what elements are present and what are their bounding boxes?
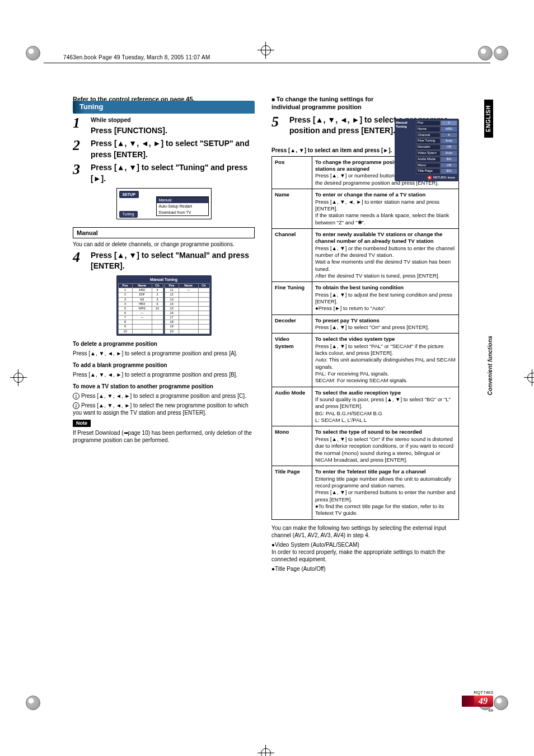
step-2: 2 Press [▲, ▼, ◄, ►] to select "SETUP" a… bbox=[73, 138, 255, 160]
tuning-tab: Tuning bbox=[119, 211, 138, 217]
left-column: Tuning 1 While stopped Press [FUNCTIONS]… bbox=[73, 95, 255, 444]
manual-panel-hdr: Manual Tuning bbox=[118, 277, 210, 282]
step4-text: Press [▲, ▼] to select "Manual" and pres… bbox=[91, 250, 255, 272]
step-4: 4 Press [▲, ▼] to select "Manual" and pr… bbox=[73, 250, 255, 272]
manual-subhead: Manual bbox=[73, 227, 255, 238]
step-3: 3 Press [▲, ▼] to select "Tuning" and pr… bbox=[73, 162, 255, 184]
orb-icon bbox=[494, 46, 508, 60]
step1-sub: While stopped bbox=[91, 116, 255, 124]
settings-side-label: Manual Tuning bbox=[396, 121, 414, 129]
orb-icon bbox=[26, 46, 40, 60]
manual-panel: Manual Tuning PosNameCh 1ARD42ZDF23N334H… bbox=[116, 275, 212, 336]
section-tuning: Tuning bbox=[73, 101, 255, 114]
page-footer: RQT7463 49 49 bbox=[462, 690, 493, 713]
orb-icon bbox=[26, 696, 40, 710]
page-number-small: 49 bbox=[462, 708, 493, 713]
channel-table-right: PosNameCh 11---12131415 1617181920 bbox=[165, 283, 210, 334]
manual-desc: You can add or delete channels, or chang… bbox=[73, 241, 255, 248]
channel-table-left: PosNameCh 1ARD42ZDF23N334HR365WR310 6---… bbox=[118, 283, 163, 334]
delete-head: To delete a programme position bbox=[73, 340, 255, 348]
circ-1-icon: 1 bbox=[73, 393, 79, 400]
change-head: ■ To change the tuning settings for indi… bbox=[271, 95, 389, 111]
tail2: ●Title Page (Auto/Off) bbox=[271, 565, 459, 572]
settings-foot: ■RETURN: leave bbox=[396, 175, 457, 180]
side-tab-english: ENGLISH bbox=[484, 100, 493, 138]
table-row: Fine TuningTo obtain the best tuning con… bbox=[272, 282, 459, 314]
table-row: DecoderTo preset pay TV stationsPress [▲… bbox=[272, 314, 459, 334]
add-text: Press [▲, ▼, ◄, ►] to select a programme… bbox=[73, 371, 255, 378]
orb-icon bbox=[494, 696, 508, 710]
step2-text: Press [▲, ▼, ◄, ►] to select "SETUP" and… bbox=[91, 138, 255, 160]
setup-items: Manual Auto-Setup Restart Download from … bbox=[156, 196, 209, 216]
table-row: Title PageTo enter the Teletext title pa… bbox=[272, 466, 459, 519]
step-number: 1 bbox=[73, 116, 85, 130]
page-body: Refer to the control reference on page 4… bbox=[73, 95, 459, 711]
setup-tab: SETUP bbox=[119, 191, 139, 198]
step3-text: Press [▲, ▼] to select "Tuning" and pres… bbox=[91, 162, 255, 184]
bookmark-rule bbox=[44, 63, 490, 63]
step1-text: Press [FUNCTIONS]. bbox=[91, 126, 167, 135]
orb-icon bbox=[478, 46, 493, 60]
move-2: 2Press [▲, ▼, ◄, ►] to select the new pr… bbox=[73, 402, 255, 416]
side-tab-convenient: Convenient functions bbox=[487, 336, 493, 395]
note-text: If Preset Download (➡page 10) has been p… bbox=[73, 429, 255, 444]
table-row: ChannelTo enter newly available TV stati… bbox=[272, 228, 459, 281]
bookmark-line: 7463en.book Page 49 Tuesday, March 8, 20… bbox=[63, 54, 210, 60]
tail: You can make the following two settings … bbox=[271, 524, 459, 539]
setup-item: Manual bbox=[157, 197, 208, 203]
tail1: ●Video System (Auto/PAL/SECAM) In order … bbox=[271, 541, 459, 563]
table-row: MonoTo select the type of sound to be re… bbox=[272, 426, 459, 466]
setup-panel: SETUP Manual Auto-Setup Restart Download… bbox=[116, 188, 212, 219]
page-number-big: 49 bbox=[462, 696, 493, 707]
delete-text: Press [▲, ▼, ◄, ►] to select a programme… bbox=[73, 350, 255, 357]
settings-panel: Manual Tuning Pos1 NameARD Channel4 Fine… bbox=[395, 119, 459, 181]
return-icon: ■ bbox=[428, 176, 432, 180]
move-head: To move a TV station to another programm… bbox=[73, 383, 255, 390]
step-number: 3 bbox=[73, 162, 85, 177]
add-head: To add a blank programme position bbox=[73, 361, 255, 369]
right-column: ■ To change the tuning settings for indi… bbox=[271, 95, 459, 572]
settings-table: PosTo change the programme position in w… bbox=[271, 156, 459, 520]
note-tag: Note bbox=[73, 420, 91, 428]
circ-2-icon: 2 bbox=[73, 402, 79, 409]
step-number: 2 bbox=[73, 138, 85, 153]
step-1: 1 While stopped Press [FUNCTIONS]. bbox=[73, 116, 255, 136]
settings-tbl: Pos1 NameARD Channel4 Fine TuningAuto De… bbox=[416, 120, 457, 174]
rqt-code: RQT7463 bbox=[474, 690, 493, 695]
setup-item: Download from TV bbox=[157, 209, 208, 215]
move-1: 1Press [▲, ▼, ◄, ►] to select a programm… bbox=[73, 392, 255, 400]
table-row: Audio ModeTo select the audio reception … bbox=[272, 387, 459, 426]
table-row: Video SystemTo select the video system t… bbox=[272, 334, 459, 387]
step-number: 4 bbox=[73, 250, 85, 265]
setup-item: Auto-Setup Restart bbox=[157, 203, 208, 209]
table-row: NameTo enter or change the name of a TV … bbox=[272, 189, 459, 229]
step-number: 5 bbox=[271, 115, 284, 129]
